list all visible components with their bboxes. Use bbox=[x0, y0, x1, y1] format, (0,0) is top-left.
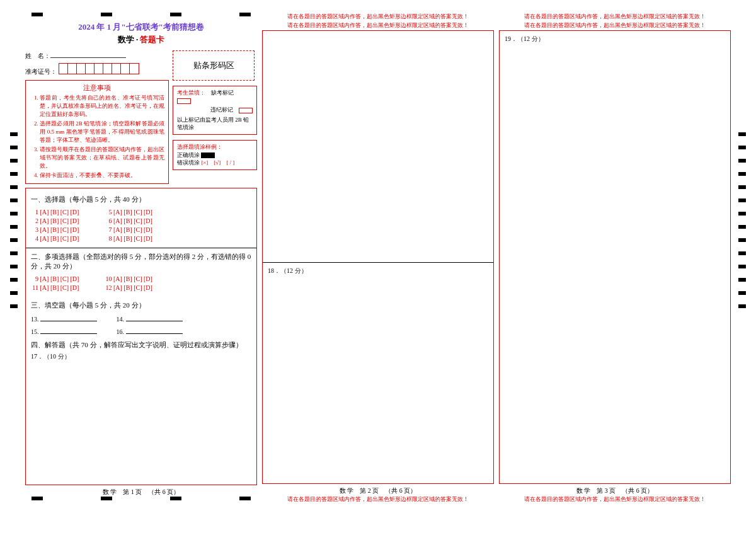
answer-frame-2: 18．（12 分） bbox=[262, 30, 494, 484]
rule-2: 选择题必须用 2B 铅笔填涂；填空题和解答题必须用 0.5 mm 黑色签字笔答题… bbox=[40, 120, 164, 144]
warning-top: 请在各题目的答题区域内作答，超出黑色矩形边框限定区域的答案无效！ bbox=[262, 13, 494, 21]
name-row: 姓 名： 准考证号： bbox=[25, 50, 169, 76]
timing-bot bbox=[32, 497, 251, 500]
footer-1: 数 学 第 1 页 （共 6 页） bbox=[25, 488, 257, 497]
fill-row: 15. 16. bbox=[31, 328, 251, 335]
card-label: 答题卡 bbox=[140, 35, 164, 44]
q17-area[interactable] bbox=[31, 361, 251, 481]
correct-icon bbox=[201, 152, 215, 158]
warning-top2: 请在各题目的答题区域内作答，超出黑色矩形边框限定区域的答案无效！ bbox=[499, 21, 731, 30]
sample-wrong: 错误填涂 bbox=[177, 159, 200, 166]
violate-label: 违纪标记 bbox=[210, 106, 233, 113]
wrong-marks: [×] [√] [ / ] bbox=[201, 159, 234, 166]
page-3: 请在各题目的答题区域内作答，超出黑色矩形边框限定区域的答案无效！ 请在各题目的答… bbox=[499, 13, 731, 504]
notice-box: 注意事项 答题前，考生先将自己的姓名、准考证号填写清楚，并认真核准条形码上的姓名… bbox=[25, 80, 169, 184]
q19-label: 19．（12 分） bbox=[505, 35, 544, 42]
q18-area[interactable]: 18．（12 分） bbox=[263, 263, 493, 483]
mc-row[interactable]: 2 [A] [B] [C] [D] bbox=[31, 217, 79, 224]
forbid-title: 考生禁填： bbox=[177, 89, 205, 96]
forbid-note: 以上标记由监考人员用 2B 铅笔填涂 bbox=[177, 116, 253, 132]
sample-box: 选择题填涂样例： 正确填涂 错误填涂 [×] [√] [ / ] bbox=[173, 140, 257, 170]
blank-14[interactable] bbox=[126, 315, 183, 321]
mc-row[interactable]: 10 [A] [B] [C] [D] bbox=[104, 275, 152, 282]
fill-row: 13. 14. bbox=[31, 315, 251, 323]
mc-row[interactable]: 8 [A] [B] [C] [D] bbox=[104, 235, 152, 242]
mc-row[interactable]: 11 [A] [B] [C] [D] bbox=[31, 284, 79, 291]
exam-id-grid[interactable] bbox=[59, 63, 139, 74]
sample-title: 选择题填涂样例： bbox=[177, 143, 253, 151]
name-input[interactable] bbox=[50, 50, 126, 58]
answer-frame-3[interactable]: 19．（12 分） bbox=[499, 30, 731, 484]
timing-right bbox=[738, 132, 746, 308]
q17-label: 17．（10 分） bbox=[31, 352, 251, 361]
page-2: 请在各题目的答题区域内作答，超出黑色矩形边框限定区域的答案无效！ 请在各题目的答… bbox=[262, 13, 494, 504]
subject: 数学 bbox=[118, 35, 134, 44]
forbid-box: 考生禁填： 缺考标记 违纪标记 以上标记由监考人员用 2B 铅笔填涂 bbox=[173, 86, 257, 135]
mc-single: 1 [A] [B] [C] [D] 2 [A] [B] [C] [D] 3 [A… bbox=[31, 207, 251, 244]
mc-row[interactable]: 1 [A] [B] [C] [D] bbox=[31, 209, 79, 216]
section-1-title: 一、选择题（每小题 5 分，共 40 分） bbox=[31, 195, 251, 204]
timing-top bbox=[32, 13, 251, 16]
mc-multi: 9 [A] [B] [C] [D] 11 [A] [B] [C] [D] 10 … bbox=[31, 273, 251, 293]
footer-3: 数 学 第 3 页 （共 6 页） bbox=[499, 486, 731, 495]
answer-main: 一、选择题（每小题 5 分，共 40 分） 1 [A] [B] [C] [D] … bbox=[25, 188, 257, 485]
timing-left bbox=[10, 132, 18, 308]
miss-label: 缺考标记 bbox=[211, 89, 234, 96]
section-2-title: 二、多项选择题（全部选对的得 5 分，部分选对的得 2 分，有选错的得 0 分，… bbox=[31, 252, 251, 271]
mc-row[interactable]: 9 [A] [B] [C] [D] bbox=[31, 275, 79, 282]
page-1: 2024 年 1 月"七省联考"考前猜想卷 数学 · 答题卡 姓 名： 准考证号… bbox=[25, 13, 257, 504]
mc-row[interactable]: 6 [A] [B] [C] [D] bbox=[104, 217, 152, 224]
barcode-area[interactable]: 贴条形码区 bbox=[173, 50, 255, 81]
q17-continue[interactable] bbox=[263, 31, 493, 263]
q18-label: 18．（12 分） bbox=[268, 267, 307, 274]
rule-3: 请按题号顺序在各题目的答题区域内作答，超出区域书写的答案无效；在草稿纸、试题卷上… bbox=[40, 146, 164, 170]
rule-4: 保持卡面清洁，不要折叠、不要弄破。 bbox=[40, 171, 164, 180]
blank-13[interactable] bbox=[40, 315, 97, 321]
main-title: 2024 年 1 月"七省联考"考前猜想卷 bbox=[25, 21, 257, 33]
warning-bot: 请在各题目的答题区域内作答，超出黑色矩形边框限定区域的答案无效！ bbox=[262, 495, 494, 503]
mc-row[interactable]: 3 [A] [B] [C] [D] bbox=[31, 226, 79, 233]
warning-bot: 请在各题目的答题区域内作答，超出黑色矩形边框限定区域的答案无效！ bbox=[499, 495, 731, 503]
sample-correct: 正确填涂 bbox=[177, 152, 200, 158]
rule-1: 答题前，考生先将自己的姓名、准考证号填写清楚，并认真核准条形码上的姓名、准考证号… bbox=[40, 94, 164, 118]
blank-16[interactable] bbox=[126, 328, 183, 334]
footer-2: 数 学 第 2 页 （共 6 页） bbox=[262, 486, 494, 495]
miss-check[interactable] bbox=[177, 98, 191, 104]
section-4-title: 四、解答题（共 70 分，解答应写出文字说明、证明过程或演算步骤） bbox=[31, 340, 251, 350]
warning-top: 请在各题目的答题区域内作答，超出黑色矩形边框限定区域的答案无效！ bbox=[499, 13, 731, 21]
violate-check[interactable] bbox=[239, 108, 253, 113]
section-3-title: 三、填空题（每小题 5 分，共 20 分） bbox=[31, 301, 251, 310]
notice-title: 注意事项 bbox=[30, 83, 164, 93]
blank-15[interactable] bbox=[40, 328, 97, 334]
subtitle: 数学 · 答题卡 bbox=[25, 34, 257, 45]
notice-rules: 答题前，考生先将自己的姓名、准考证号填写清楚，并认真核准条形码上的姓名、准考证号… bbox=[30, 94, 164, 180]
id-label: 准考证号： bbox=[25, 68, 57, 75]
warning-top2: 请在各题目的答题区域内作答，超出黑色矩形边框限定区域的答案无效！ bbox=[262, 21, 494, 30]
mc-row[interactable]: 7 [A] [B] [C] [D] bbox=[104, 226, 152, 233]
mc-row[interactable]: 4 [A] [B] [C] [D] bbox=[31, 235, 79, 242]
mc-row[interactable]: 5 [A] [B] [C] [D] bbox=[104, 209, 152, 216]
name-label: 姓 名： bbox=[25, 52, 50, 59]
mc-row[interactable]: 12 [A] [B] [C] [D] bbox=[104, 284, 152, 291]
